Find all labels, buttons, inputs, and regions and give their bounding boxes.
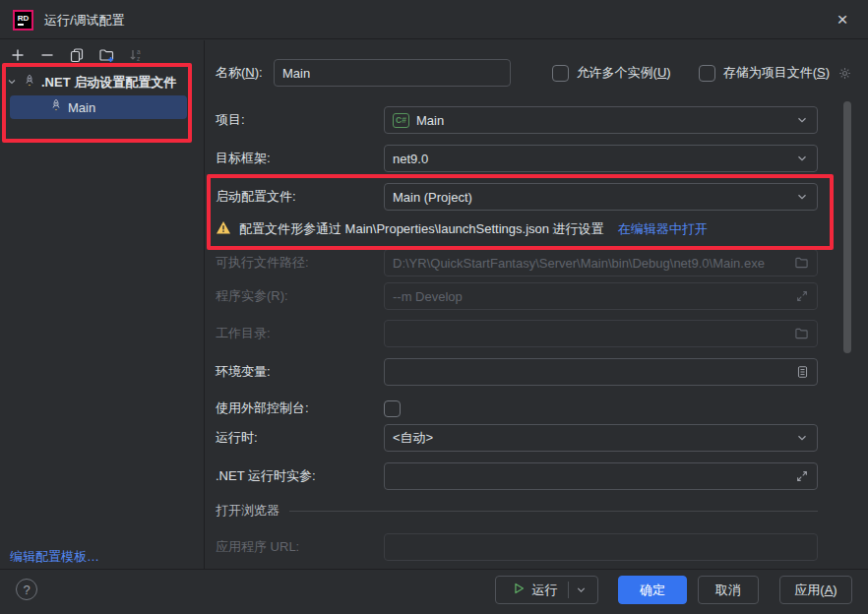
env-vars-input[interactable]	[384, 358, 818, 386]
runtime-select[interactable]: <自动>	[384, 424, 818, 452]
target-framework-row: 目标框架: net9.0	[216, 145, 818, 172]
runtime-args-label: .NET 运行时实参:	[216, 467, 384, 485]
program-args-row: 程序实参(R): --m Develop	[216, 282, 818, 310]
program-args-input: --m Develop	[384, 282, 818, 310]
app-url-input	[384, 533, 818, 561]
warning-icon	[216, 220, 231, 238]
dialog-footer: ? 运行 确定 取消 应用(A)	[0, 569, 868, 614]
app-url-row: 应用程序 URL:	[216, 533, 818, 561]
runtime-args-row: .NET 运行时实参:	[216, 462, 818, 490]
external-console-row: 使用外部控制台:	[216, 395, 818, 422]
folder-icon	[794, 327, 809, 340]
help-icon[interactable]: ?	[16, 579, 37, 600]
launch-profile-row: 启动配置文件: Main (Project)	[216, 183, 818, 211]
sort-configs-icon: az	[126, 45, 146, 65]
chevron-down-icon	[795, 113, 809, 127]
chevron-down-icon	[795, 431, 809, 445]
chevron-down-icon	[6, 76, 18, 91]
exe-path-input: D:\YR\QuickStartFantasy\Server\Main\bin\…	[384, 249, 818, 276]
working-dir-label: 工作目录:	[216, 325, 384, 342]
rider-logo-icon: RD	[13, 10, 33, 31]
allow-multiple-checkbox[interactable]	[552, 65, 569, 82]
rider-logo-underscore	[18, 24, 24, 26]
program-args-label: 程序实参(R):	[216, 287, 384, 305]
run-button[interactable]: 运行	[495, 576, 598, 604]
instance-options: 允许多个实例(U) 存储为项目文件(S)	[552, 64, 852, 82]
allow-multiple-label: 允许多个实例(U)	[577, 64, 671, 82]
launch-profile-label: 启动配置文件:	[216, 188, 384, 206]
env-vars-label: 环境变量:	[216, 363, 384, 381]
cancel-button[interactable]: 取消	[698, 576, 759, 604]
expand-icon	[795, 289, 809, 303]
config-form-panel: 名称(N): Main 允许多个实例(U) 存储为项目文件(S) 项目: C# …	[205, 40, 868, 569]
svg-text:a: a	[137, 48, 141, 55]
project-label: 项目:	[216, 111, 384, 129]
target-framework-select[interactable]: net9.0	[384, 145, 818, 172]
open-in-editor-link[interactable]: 在编辑器中打开	[618, 220, 708, 238]
app-url-label: 应用程序 URL:	[216, 538, 384, 556]
play-icon	[512, 582, 526, 598]
ok-button[interactable]: 确定	[618, 576, 687, 604]
svg-text:z: z	[137, 55, 140, 62]
program-args-value: --m Develop	[393, 289, 788, 304]
gear-icon	[837, 66, 852, 81]
edit-templates-link[interactable]: 编辑配置模板…	[10, 548, 99, 566]
tree-node-label: .NET 启动设置配置文件	[41, 74, 176, 92]
runtime-label: 运行时:	[216, 429, 384, 447]
project-select[interactable]: C# Main	[384, 106, 818, 134]
tree-node-label: Main	[68, 100, 95, 115]
copy-config-icon[interactable]	[67, 45, 87, 65]
exe-path-value: D:\YR\QuickStartFantasy\Server\Main\bin\…	[393, 256, 787, 271]
target-framework-label: 目标框架:	[216, 150, 384, 167]
config-list-toolbar: az	[0, 43, 146, 67]
close-icon[interactable]: ×	[831, 8, 854, 31]
rocket-icon	[49, 98, 63, 116]
launch-settings-warning: 配置文件形参通过 Main\Properties\launchSettings.…	[216, 217, 818, 241]
tree-node-main-selected[interactable]: Main	[10, 95, 187, 119]
external-console-checkbox[interactable]	[384, 400, 401, 417]
working-dir-row: 工作目录:	[216, 320, 818, 347]
store-as-project-checkbox[interactable]	[699, 65, 715, 82]
runtime-value: <自动>	[393, 429, 788, 447]
env-vars-row: 环境变量:	[216, 358, 818, 386]
runtime-row: 运行时: <自动>	[216, 424, 818, 452]
run-options-chevron-icon[interactable]	[569, 577, 594, 603]
tree-node-dotnet-launch-profiles[interactable]: .NET 启动设置配置文件	[6, 71, 176, 94]
new-folder-icon[interactable]	[96, 45, 116, 65]
launch-profile-select[interactable]: Main (Project)	[384, 183, 818, 211]
run-debug-config-dialog: RD 运行/调试配置 × az .NET 启动设置配置文件	[0, 0, 868, 614]
external-console-label: 使用外部控制台:	[216, 399, 384, 417]
working-dir-input	[384, 320, 818, 347]
store-as-project-label: 存储为项目文件(S)	[723, 64, 830, 82]
apply-button[interactable]: 应用(A)	[779, 576, 852, 604]
remove-config-icon[interactable]	[37, 45, 57, 65]
csharp-project-icon: C#	[393, 113, 409, 128]
exe-path-label: 可执行文件路径:	[216, 254, 384, 272]
name-value: Main	[282, 66, 502, 81]
vertical-scrollbar[interactable]	[843, 101, 851, 353]
folder-icon	[794, 256, 809, 270]
expand-icon[interactable]	[795, 469, 809, 483]
name-input[interactable]: Main	[274, 59, 511, 87]
env-list-icon[interactable]	[796, 365, 809, 379]
target-framework-value: net9.0	[393, 152, 788, 166]
run-button-label: 运行	[532, 582, 558, 599]
runtime-args-input[interactable]	[384, 462, 818, 490]
exe-path-row: 可执行文件路径: D:\YR\QuickStartFantasy\Server\…	[216, 249, 818, 276]
project-value: Main	[416, 113, 788, 128]
open-browser-section-title: 打开浏览器	[216, 502, 279, 520]
open-browser-section: 打开浏览器	[216, 499, 818, 522]
add-config-icon[interactable]	[8, 45, 28, 65]
section-divider	[289, 511, 818, 512]
chevron-down-icon	[795, 152, 809, 165]
chevron-down-icon	[795, 190, 809, 204]
scrollbar-thumb[interactable]	[843, 101, 851, 353]
name-label: 名称(N):	[216, 64, 274, 82]
warning-text: 配置文件形参通过 Main\Properties\launchSettings.…	[239, 220, 604, 238]
dialog-title: 运行/调试配置	[44, 12, 125, 30]
title-bar: RD 运行/调试配置 ×	[0, 0, 868, 39]
rider-logo-text: RD	[18, 14, 30, 23]
launch-profile-value: Main (Project)	[393, 190, 788, 205]
project-row: 项目: C# Main	[216, 106, 818, 134]
rocket-icon	[23, 74, 36, 92]
